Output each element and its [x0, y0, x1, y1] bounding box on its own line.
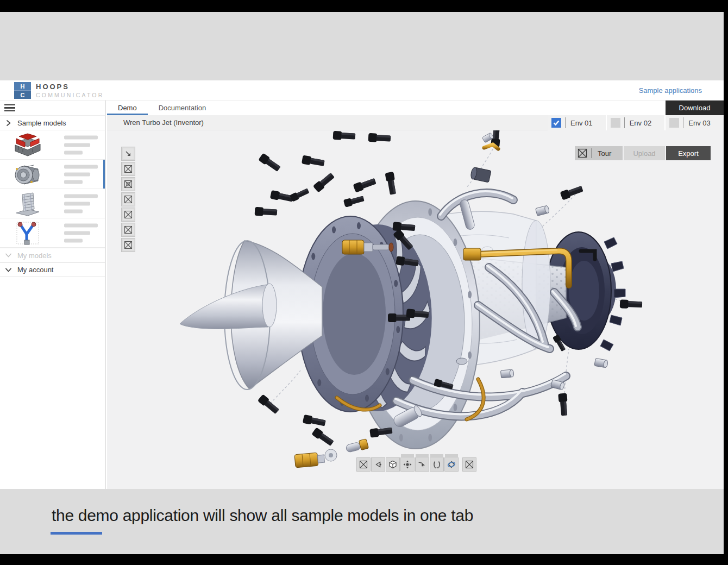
camera-view-button[interactable] [371, 457, 385, 472]
env-02-label: Env 02 [630, 119, 651, 127]
engine-3d-model [107, 130, 724, 489]
environment-selector: Env 01 Env 02 Env 03 [548, 115, 724, 130]
model-title: Wren Turbo Jet (Inventor) [123, 118, 204, 127]
sidebar-item-my-models[interactable]: My models [0, 248, 105, 262]
hoops-logo: H C [14, 82, 31, 99]
tool-flap[interactable] [416, 454, 429, 457]
chevron-down-icon [5, 252, 12, 259]
env-02-option[interactable]: Env 02 [607, 115, 665, 130]
model-thumbnail-red-v8-engine [10, 132, 46, 158]
placeholder-x-icon [123, 164, 134, 174]
chevron-down-icon [5, 267, 12, 273]
download-button[interactable]: Download [666, 101, 724, 115]
viewer-left-toolbar [121, 147, 135, 252]
checkbox-checked-icon[interactable] [551, 118, 561, 128]
env-01-label: Env 01 [570, 119, 592, 127]
cube-view-icon [388, 460, 397, 469]
model-list-item-suspension[interactable] [0, 218, 105, 248]
model-thumbnail-heatsink-tower [10, 191, 46, 217]
brand-title: HOOPS [36, 83, 104, 91]
model-title-bar: Wren Turbo Jet (Inventor) [107, 115, 548, 130]
sample-applications-link[interactable]: Sample applications [639, 86, 702, 95]
left-tool-2-button[interactable] [121, 162, 135, 176]
bottom-tool-5 [415, 457, 429, 472]
logo-letter-c: C [14, 91, 31, 99]
model-thumbnail-jet-engine [10, 161, 46, 187]
left-tool-4-button[interactable] [121, 192, 135, 206]
model-list-item-wren-turbo-jet[interactable] [0, 160, 105, 189]
bottom-tool-8 [462, 457, 476, 472]
main-area: My models My account [0, 130, 724, 489]
tab-bar: Demo Documentation [107, 101, 217, 115]
env-03-label: Env 03 [688, 119, 710, 127]
placeholder-x-icon [465, 460, 474, 469]
left-tool-6-button[interactable] [121, 223, 135, 237]
checkbox-unchecked-icon[interactable] [611, 118, 620, 128]
sidebar: My models My account [0, 130, 106, 489]
sidebar-item-my-account[interactable]: My account [0, 262, 105, 277]
placeholder-x-icon [578, 148, 587, 158]
bottom-tool-3 [386, 457, 400, 472]
logo-letter-h: H [14, 82, 31, 91]
tool-flap[interactable] [401, 454, 414, 457]
export-button[interactable]: Export [666, 146, 711, 160]
bottom-tool-1-button[interactable] [356, 457, 371, 472]
resize-handle-button[interactable] [121, 147, 135, 161]
viewer-bottom-toolbar [356, 457, 476, 472]
placeholder-x-icon [123, 224, 134, 235]
model-bar: Sample models Wren Turbo Jet (Inventor) … [0, 115, 724, 130]
markup-button[interactable] [444, 457, 459, 472]
model-thumbnail-suspension-arm [10, 220, 46, 246]
bottom-tool-8-button[interactable] [462, 457, 476, 472]
my-account-label: My account [17, 266, 53, 274]
3d-viewport[interactable]: Tour Upload Export [107, 130, 724, 489]
app-window: H C HOOPS COMMUNICATOR Sample applicatio… [0, 80, 724, 489]
bottom-tool-2 [371, 457, 385, 472]
caption-text: the demo application will show all sampl… [52, 506, 473, 525]
divider [591, 148, 592, 158]
checkbox-unchecked-icon[interactable] [669, 118, 679, 128]
bottom-tool-4 [400, 457, 415, 472]
camera-view-icon [374, 460, 382, 469]
turntable-button[interactable] [430, 457, 444, 472]
caption-underline [51, 532, 102, 535]
left-tool-3-button[interactable] [121, 177, 135, 191]
skeleton-text-bars [64, 165, 98, 184]
env-01-option[interactable]: Env 01 [548, 115, 606, 130]
left-tool-7-button[interactable] [121, 238, 135, 252]
select-arrow-icon [418, 460, 426, 469]
sidebar-header [0, 101, 106, 115]
bottom-tool-6 [430, 457, 444, 472]
my-models-label: My models [17, 252, 52, 260]
env-03-option[interactable]: Env 03 [666, 115, 724, 130]
model-list-item-heatsink[interactable] [0, 189, 105, 218]
tab-documentation[interactable]: Documentation [148, 101, 217, 115]
tab-demo[interactable]: Demo [107, 101, 148, 115]
tour-button[interactable]: Tour [575, 146, 623, 160]
app-header: H C HOOPS COMMUNICATOR Sample applicatio… [0, 80, 724, 101]
diagonal-arrow-icon [123, 148, 134, 159]
tool-flap[interactable] [445, 454, 458, 457]
nav-row: Demo Documentation Download [0, 101, 724, 115]
cube-view-button[interactable] [386, 457, 400, 472]
skeleton-text-bars [64, 223, 98, 242]
bottom-tool-1 [356, 457, 371, 472]
left-tool-5-button[interactable] [121, 208, 135, 222]
orbit-icon [403, 460, 412, 469]
upload-button[interactable]: Upload [624, 146, 665, 160]
divider [565, 117, 566, 128]
placeholder-x-frame-icon [123, 179, 134, 190]
select-button[interactable] [415, 457, 429, 472]
sample-models-label: Sample models [17, 119, 66, 127]
markup-ellipse-icon [447, 460, 456, 469]
orbit-button[interactable] [400, 457, 415, 472]
placeholder-x-icon [123, 240, 134, 250]
hamburger-menu-icon[interactable] [4, 104, 15, 112]
divider [624, 117, 625, 128]
tool-flap[interactable] [430, 454, 443, 457]
sidebar-item-sample-models[interactable]: Sample models [0, 115, 106, 130]
model-list-item-v8-engine[interactable] [0, 130, 105, 160]
brand-subtitle: COMMUNICATOR [36, 92, 104, 98]
divider [683, 117, 683, 128]
placeholder-x-icon [359, 460, 368, 469]
